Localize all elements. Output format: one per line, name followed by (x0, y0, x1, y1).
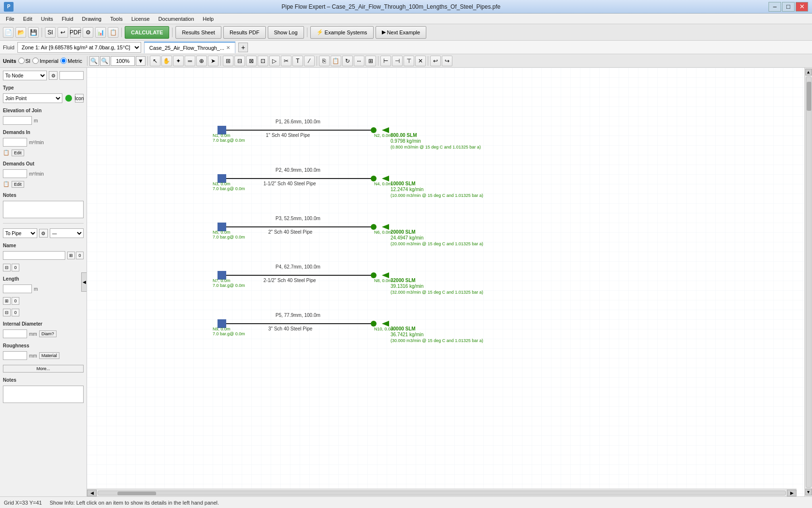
flip-tool[interactable]: ↔ (354, 56, 364, 66)
add-pump-tool[interactable]: ⊕ (196, 56, 207, 66)
close-button[interactable]: ✕ (796, 2, 808, 12)
menu-license[interactable]: License (128, 15, 154, 23)
redo-tool[interactable]: ↪ (442, 56, 452, 66)
si-radio[interactable] (18, 58, 25, 64)
p1-end-node[interactable] (371, 127, 377, 133)
scroll-thumb[interactable] (117, 492, 156, 495)
tab-add-button[interactable]: + (238, 43, 248, 52)
show-log-button[interactable]: Show Log (268, 26, 304, 39)
align-right-tool[interactable]: ⊣ (392, 56, 403, 66)
flow-dir-tool[interactable]: ▷ (269, 56, 280, 66)
p3-end-node[interactable] (371, 224, 377, 230)
zoom-fit-tool[interactable]: ⊞ (365, 56, 376, 66)
demands-in-input[interactable]: 0 (3, 138, 27, 147)
rotate-tool[interactable]: ↻ (342, 56, 353, 66)
open-file-button[interactable]: 📂 (15, 27, 26, 38)
line-tool[interactable]: ∕ (304, 56, 315, 66)
roughness-input[interactable]: 0 (3, 351, 27, 360)
icon-btn-3[interactable]: PDF (70, 27, 81, 38)
node-settings-button[interactable]: ⚙ (49, 71, 58, 80)
fluid-dropdown[interactable]: Zone 1: Air [9.685785 kg/m³ at 7.0bar.g,… (17, 42, 141, 53)
break-tool[interactable]: ✂ (281, 56, 291, 66)
demands-in-edit-button[interactable]: Edit (12, 149, 24, 156)
maximize-button[interactable]: □ (782, 2, 795, 12)
next-example-button[interactable]: ▶ Next Example (376, 26, 426, 39)
pipe-settings-button[interactable]: ⚙ (39, 229, 48, 238)
length-icon-3[interactable]: ⊟ (3, 309, 11, 316)
scroll-up-button[interactable]: ▲ (805, 69, 812, 75)
pan-tool[interactable]: ✋ (161, 56, 172, 66)
undo-tool[interactable]: ↩ (430, 56, 441, 66)
length-icon-4[interactable]: 0 (12, 309, 19, 316)
disconnect-tool[interactable]: ⊟ (234, 56, 245, 66)
pipe-icon-1[interactable]: ⊞ (67, 252, 75, 259)
type-select[interactable]: Join Point (3, 93, 62, 103)
pipe-notes-input[interactable] (3, 386, 84, 403)
scroll-left-button[interactable]: ◀ (87, 490, 97, 496)
scroll-right-button[interactable]: ▶ (787, 490, 797, 496)
pipe-icon-3[interactable]: ⊟ (3, 264, 11, 271)
menu-units[interactable]: Units (37, 15, 57, 23)
results-pdf-button[interactable]: Results PDF (223, 26, 266, 39)
pipe-icon-4[interactable]: 0 (12, 264, 19, 271)
icon-btn-5[interactable]: 📊 (95, 27, 106, 38)
menu-tools[interactable]: Tools (106, 15, 127, 23)
node-id-input[interactable] (59, 71, 84, 80)
results-sheet-button[interactable]: Results Sheet (175, 26, 221, 39)
tab-close-button[interactable]: ✕ (226, 45, 230, 50)
p4-end-node[interactable] (371, 272, 377, 278)
text-tool[interactable]: T (292, 56, 303, 66)
menu-documentation[interactable]: Documentation (155, 15, 198, 23)
pipe-style-select[interactable]: — (50, 228, 84, 238)
more-button[interactable]: More... (3, 365, 84, 373)
icon-btn-1[interactable]: SI (45, 27, 56, 38)
demands-out-input[interactable]: 0 (3, 169, 27, 178)
arrow-tool[interactable]: ➤ (208, 56, 218, 66)
minimize-button[interactable]: – (768, 2, 781, 12)
menu-drawing[interactable]: Drawing (78, 15, 105, 23)
menu-help[interactable]: Help (199, 15, 218, 23)
example-systems-button[interactable]: ⚡ Example Systems (310, 26, 374, 39)
imperial-radio[interactable] (32, 58, 39, 64)
select-tool[interactable]: ↖ (150, 56, 160, 66)
horizontal-scrollbar[interactable]: ◀ ▶ (87, 489, 797, 496)
junction-tool[interactable]: ⊠ (246, 56, 257, 66)
p5-end-node[interactable] (371, 321, 377, 327)
valve-tool[interactable]: ⊡ (258, 56, 268, 66)
length-input[interactable]: 0 (3, 284, 32, 293)
si-radio-label[interactable]: SI (18, 58, 30, 64)
node-notes-input[interactable] (3, 201, 84, 218)
to-node-select[interactable]: To Node (3, 71, 47, 80)
panel-collapse-button[interactable]: ◀ (81, 272, 87, 292)
icon-btn-4[interactable]: ⚙ (83, 27, 93, 38)
vscroll-thumb[interactable] (807, 82, 812, 111)
connect-tool[interactable]: ⊞ (223, 56, 233, 66)
copy-tool[interactable]: ⎘ (319, 56, 330, 66)
pipe-name-input[interactable] (3, 251, 65, 260)
to-pipe-select[interactable]: To Pipe (3, 228, 37, 238)
internal-diameter-input[interactable]: 0 (3, 329, 27, 338)
vertical-scrollbar[interactable]: ▲ ▼ (804, 68, 812, 496)
demands-out-edit-button[interactable]: Edit (12, 181, 24, 188)
zoom-out-button[interactable]: 🔍 (89, 56, 99, 66)
diam-button[interactable]: Diam? (39, 330, 57, 337)
scroll-down-button[interactable]: ▼ (805, 489, 812, 495)
calculate-button[interactable]: CALCULATE (125, 26, 169, 39)
zoom-dropdown-button[interactable]: ▼ (136, 56, 145, 66)
tab-case25[interactable]: Case_25_Air_Flow_Through_... ✕ (144, 42, 235, 53)
align-left-tool[interactable]: ⊢ (380, 56, 391, 66)
icon-btn-2[interactable]: ↩ (58, 27, 68, 38)
paste-tool[interactable]: 📋 (331, 56, 341, 66)
length-icon-1[interactable]: ⊞ (3, 297, 11, 305)
p2-end-node[interactable] (371, 176, 377, 181)
imperial-radio-label[interactable]: Imperial (32, 58, 58, 64)
icon-button[interactable]: Icon (75, 94, 84, 103)
metric-radio[interactable] (60, 58, 67, 64)
add-pipe-tool[interactable]: ═ (185, 56, 195, 66)
canvas-area[interactable]: P1, 26.6mm, 100.0m N1, 0.0m 7.0 bar.g@ 0… (87, 68, 804, 496)
distribute-tool[interactable]: ⊤ (404, 56, 414, 66)
menu-fluid[interactable]: Fluid (58, 15, 77, 23)
zoom-in-button[interactable]: 🔍 (100, 56, 110, 66)
material-button[interactable]: Material (39, 352, 59, 359)
length-icon-2[interactable]: 0 (12, 297, 19, 305)
